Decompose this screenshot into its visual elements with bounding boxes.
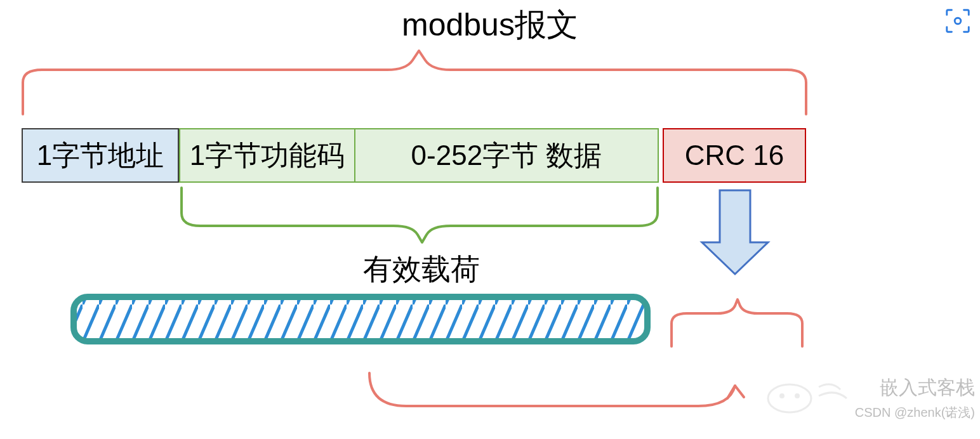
svg-point-3 (779, 393, 785, 398)
field-crc: CRC 16 (663, 128, 806, 183)
watermark-line2: CSDN @zhenk(诺浅) (855, 404, 975, 421)
svg-point-4 (795, 393, 800, 398)
diagram-title: modbus报文 (0, 4, 980, 46)
brace-top (23, 51, 806, 114)
svg-point-1 (955, 18, 961, 24)
modbus-frame-fields: 1字节地址 1字节功能码 0-252字节 数据 CRC 16 (22, 128, 806, 183)
brace-crc-top (672, 299, 802, 346)
brace-payload (182, 188, 658, 242)
overlay-svg (0, 0, 980, 439)
svg-point-2 (768, 384, 811, 412)
focus-icon[interactable] (943, 6, 972, 36)
brace-bottom-arrowhead (727, 386, 744, 398)
field-data: 0-252字节 数据 (355, 128, 659, 183)
payload-label: 有效载荷 (179, 250, 664, 289)
field-function-code: 1字节功能码 (179, 128, 355, 183)
crc-arrow-down (702, 190, 768, 274)
payload-bar (74, 297, 647, 341)
watermark-logo (764, 379, 853, 415)
field-address: 1字节地址 (22, 128, 179, 183)
watermark-line1: 嵌入式客栈 (880, 375, 975, 401)
brace-bottom (369, 373, 735, 406)
